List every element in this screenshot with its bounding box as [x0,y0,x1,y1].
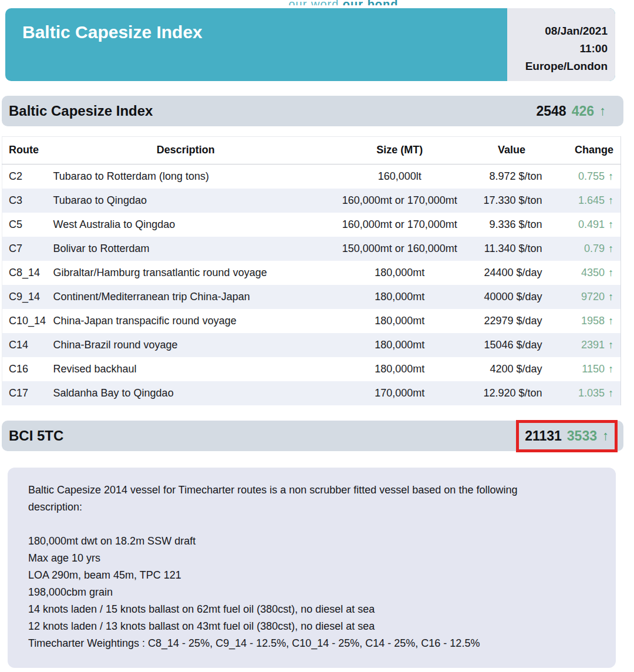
value-cell: 40000 $/day [479,285,545,309]
table-row: C2 Tubarao to Rotterdam (long tons) 160,… [2,164,621,189]
value-cell: 24400 $/day [479,261,545,285]
size-cell: 180,000mt [321,309,479,333]
change-amount: 1.645 [578,194,605,206]
table-row: C5 West Australia to Qingdao 160,000mt o… [2,213,621,237]
table-row: C14 China-Brazil round voyage 180,000mt … [2,333,621,357]
red-annotation-box: 21131 3533 ↑ [516,420,618,452]
value-cell: 4200 $/day [479,357,545,381]
change-cell: 0.491↑ [545,213,621,237]
bci-5tc-change: 3533 [567,428,597,444]
route-cell: C14 [2,333,51,357]
up-arrow-icon: ↑ [605,363,613,375]
route-cell: C3 [2,189,51,213]
change-amount: 4350 [581,267,605,278]
description-cell: Tubarao to Qingdao [50,189,320,213]
value-cell: 8.972 $/ton [479,164,545,189]
change-amount: 0.755 [578,170,605,182]
column-header-value: Value [479,137,545,164]
size-cell: 180,000mt [321,285,479,309]
table-row: C7 Bolivar to Rotterdam 150,000mt or 160… [2,237,621,261]
table-row: C16 Revised backhaul 180,000mt 4200 $/da… [2,357,621,381]
up-arrow-icon: ↑ [605,194,613,206]
up-arrow-icon: ↑ [605,267,613,278]
column-header-description: Description [50,137,320,164]
size-cell: 180,000mt [321,357,479,381]
value-cell: 22979 $/day [479,309,545,333]
vessel-spec-line: LOA 290m, beam 45m, TPC 121 [28,567,592,584]
value-cell: 11.340 $/ton [479,237,545,261]
vessel-spec-line: 180,000mt dwt on 18.2m SSW draft [28,533,592,550]
change-amount: 0.491 [578,219,605,230]
change-cell: 0.79↑ [545,237,621,261]
change-amount: 9720 [581,291,605,303]
column-header-size: Size (MT) [321,137,479,164]
change-cell: 2391↑ [545,333,621,357]
table-row: C8_14 Gibraltar/Hamburg transatlantic ro… [2,261,621,285]
vessel-spec-line: Max age 10 yrs [28,550,592,567]
change-cell: 9720↑ [545,285,621,309]
route-cell: C9_14 [2,285,51,309]
report-time: 11:00 [507,40,608,58]
routes-table-head: Route Description Size (MT) Value Change [2,137,621,164]
description-cell: Continent/Mediterranean trip China-Japan [50,285,320,309]
routes-header-row: Route Description Size (MT) Value Change [2,137,621,164]
change-amount: 1150 [582,363,605,375]
change-amount: 0.79 [584,243,605,254]
index-summary-bar: Baltic Capesize Index 2548 426 ↑ [2,96,623,126]
index-bar-figures: 2548 426 ↑ [536,103,606,119]
up-arrow-icon: ↑ [599,103,606,119]
up-arrow-icon: ↑ [605,243,613,254]
bci-5tc-label: BCI 5TC [9,428,63,444]
size-cell: 160,000mt or 170,000mt [321,213,479,237]
index-change: 426 [572,103,594,119]
report-timezone: Europe/London [507,58,608,75]
value-cell: 12.920 $/ton [479,381,545,405]
up-arrow-icon: ↑ [605,315,613,327]
vessel-spec-line: Timecharter Weightings : C8_14 - 25%, C9… [28,635,592,652]
up-arrow-icon: ↑ [605,387,613,399]
description-cell: Tubarao to Rotterdam (long tons) [50,164,320,189]
vessel-spec-line: 198,000cbm grain [28,584,592,601]
up-arrow-icon: ↑ [605,219,613,230]
report-date: 08/Jan/2021 [507,22,608,40]
vessel-spec-line: 12 knots laden / 13 knots ballast on 43m… [28,618,592,635]
size-cell: 160,000mt or 170,000mt [321,189,479,213]
column-header-route: Route [2,137,51,164]
routes-tbody: C2 Tubarao to Rotterdam (long tons) 160,… [2,164,621,406]
column-header-change: Change [545,137,621,164]
table-row: C10_14 China-Japan transpacific round vo… [2,309,621,333]
route-cell: C10_14 [2,309,51,333]
change-cell: 4350↑ [545,261,621,285]
up-arrow-icon: ↑ [605,170,613,182]
description-cell: China-Brazil round voyage [50,333,320,357]
route-cell: C2 [2,164,51,189]
change-amount: 2391 [581,339,605,351]
route-cell: C16 [2,357,51,381]
description-cell: China-Japan transpacific round voyage [50,309,320,333]
change-amount: 1.035 [578,387,605,399]
change-cell: 1958↑ [545,309,621,333]
change-cell: 1.035↑ [545,381,621,405]
change-cell: 1.645↑ [545,189,621,213]
routes-table: Route Description Size (MT) Value Change… [2,136,621,405]
route-cell: C8_14 [2,261,51,285]
description-cell: West Australia to Qingdao [50,213,320,237]
bci-5tc-value: 21131 [525,428,562,444]
up-arrow-icon: ↑ [605,291,613,303]
route-cell: C5 [2,213,51,237]
route-cell: C7 [2,237,51,261]
description-cell: Bolivar to Rotterdam [50,237,320,261]
size-cell: 180,000mt [321,261,479,285]
up-arrow-icon: ↑ [605,339,613,351]
value-cell: 17.330 $/ton [479,189,545,213]
bci-5tc-bar: BCI 5TC 21131 3533 ↑ [2,421,623,451]
up-arrow-icon: ↑ [602,428,609,443]
description-cell: Gibraltar/Hamburg transatlantic round vo… [50,261,320,285]
description-cell: Revised backhaul [50,357,320,381]
report-datebox: 08/Jan/2021 11:00 Europe/London [507,8,615,81]
value-cell: 15046 $/day [479,333,545,357]
report-header: Baltic Capesize Index 08/Jan/2021 11:00 … [5,8,615,81]
change-cell: 0.755↑ [545,164,621,189]
vessel-spec-line: 14 knots laden / 15 knots ballast on 62m… [28,601,592,618]
size-cell: 160,000lt [321,164,479,189]
